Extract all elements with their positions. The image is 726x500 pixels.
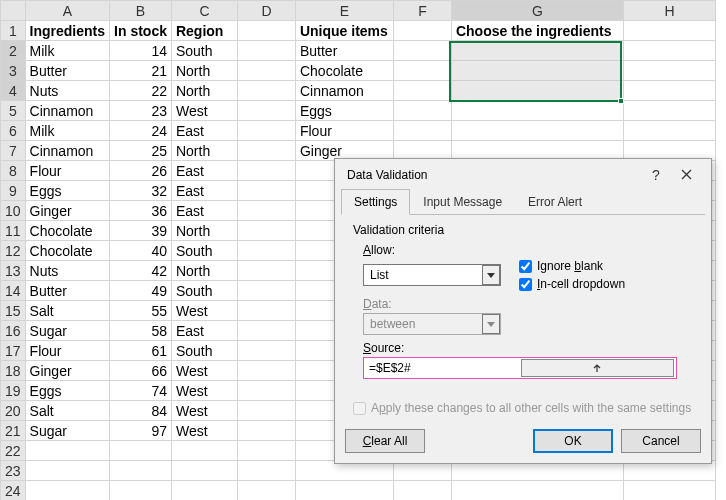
cell[interactable]: Ginger <box>25 201 109 221</box>
cell[interactable] <box>451 121 623 141</box>
cell[interactable] <box>171 441 237 461</box>
cell[interactable] <box>623 481 715 501</box>
cell[interactable]: 23 <box>110 101 172 121</box>
cell[interactable] <box>393 21 451 41</box>
cell[interactable]: West <box>171 101 237 121</box>
cell[interactable]: South <box>171 41 237 61</box>
cell[interactable] <box>171 461 237 481</box>
close-button[interactable] <box>671 167 701 183</box>
cell[interactable]: West <box>171 421 237 441</box>
col-header-D[interactable]: D <box>237 1 295 21</box>
incell-dropdown-checkbox[interactable]: In-cell dropdown <box>519 277 625 291</box>
cell[interactable]: Flour <box>25 341 109 361</box>
source-input[interactable]: =$E$2# <box>363 357 677 379</box>
select-all-corner[interactable] <box>1 1 26 21</box>
cell[interactable] <box>237 321 295 341</box>
cell[interactable] <box>25 481 109 501</box>
cell[interactable]: In stock <box>110 21 172 41</box>
cell[interactable] <box>623 41 715 61</box>
cell[interactable] <box>451 61 623 81</box>
cell[interactable]: 22 <box>110 81 172 101</box>
row-header[interactable]: 21 <box>1 421 26 441</box>
cell[interactable]: 36 <box>110 201 172 221</box>
row-header[interactable]: 18 <box>1 361 26 381</box>
cell[interactable] <box>237 61 295 81</box>
cell[interactable]: 84 <box>110 401 172 421</box>
cell[interactable]: East <box>171 321 237 341</box>
row-header[interactable]: 7 <box>1 141 26 161</box>
row-header[interactable]: 24 <box>1 481 26 501</box>
cell[interactable]: 66 <box>110 361 172 381</box>
cell[interactable] <box>237 241 295 261</box>
cell[interactable]: East <box>171 121 237 141</box>
cell[interactable]: Eggs <box>295 101 393 121</box>
cell[interactable]: South <box>171 281 237 301</box>
cell[interactable]: Eggs <box>25 381 109 401</box>
row-header[interactable]: 16 <box>1 321 26 341</box>
cell[interactable]: Butter <box>25 61 109 81</box>
cell[interactable]: Cinnamon <box>25 141 109 161</box>
cell[interactable]: 24 <box>110 121 172 141</box>
row-header[interactable]: 12 <box>1 241 26 261</box>
cell[interactable]: East <box>171 201 237 221</box>
cell[interactable] <box>110 461 172 481</box>
col-header-B[interactable]: B <box>110 1 172 21</box>
col-header-G[interactable]: G <box>451 1 623 21</box>
cell[interactable]: North <box>171 61 237 81</box>
cell[interactable] <box>237 281 295 301</box>
col-header-E[interactable]: E <box>295 1 393 21</box>
allow-select[interactable]: List <box>363 264 501 286</box>
cell[interactable]: 26 <box>110 161 172 181</box>
cell[interactable] <box>237 41 295 61</box>
help-button[interactable]: ? <box>641 167 671 183</box>
cell[interactable]: Choose the ingredients <box>451 21 623 41</box>
cell[interactable] <box>623 61 715 81</box>
cell[interactable]: Butter <box>295 41 393 61</box>
cell[interactable] <box>393 81 451 101</box>
cell[interactable] <box>237 161 295 181</box>
cell[interactable] <box>237 261 295 281</box>
cell[interactable] <box>393 121 451 141</box>
cell[interactable] <box>237 361 295 381</box>
cell[interactable] <box>237 401 295 421</box>
cell[interactable]: Chocolate <box>25 221 109 241</box>
cell[interactable] <box>237 381 295 401</box>
tab-input-message[interactable]: Input Message <box>410 189 515 214</box>
cell[interactable] <box>237 121 295 141</box>
cell[interactable] <box>295 481 393 501</box>
cell[interactable] <box>237 481 295 501</box>
cell[interactable]: Nuts <box>25 261 109 281</box>
cell[interactable]: 74 <box>110 381 172 401</box>
cell[interactable] <box>110 441 172 461</box>
cell[interactable]: Flour <box>25 161 109 181</box>
collapse-range-button[interactable] <box>521 359 675 377</box>
cell[interactable] <box>623 101 715 121</box>
cell[interactable]: South <box>171 241 237 261</box>
cell[interactable] <box>171 481 237 501</box>
cell[interactable]: Butter <box>25 281 109 301</box>
row-header[interactable]: 1 <box>1 21 26 41</box>
cell[interactable]: Salt <box>25 401 109 421</box>
cell[interactable]: Flour <box>295 121 393 141</box>
cancel-button[interactable]: Cancel <box>621 429 701 453</box>
cell[interactable]: Milk <box>25 121 109 141</box>
cell[interactable]: North <box>171 221 237 241</box>
cell[interactable] <box>393 61 451 81</box>
cell[interactable]: North <box>171 261 237 281</box>
cell[interactable]: 55 <box>110 301 172 321</box>
row-header[interactable]: 3 <box>1 61 26 81</box>
ok-button[interactable]: OK <box>533 429 613 453</box>
ignore-blank-checkbox[interactable]: Ignore blank <box>519 259 625 273</box>
cell[interactable]: 40 <box>110 241 172 261</box>
cell[interactable] <box>451 101 623 121</box>
cell[interactable]: Milk <box>25 41 109 61</box>
cell[interactable] <box>623 121 715 141</box>
cell[interactable]: Chocolate <box>295 61 393 81</box>
cell[interactable]: Ginger <box>25 361 109 381</box>
cell[interactable] <box>237 221 295 241</box>
cell[interactable]: East <box>171 181 237 201</box>
cell[interactable]: South <box>171 341 237 361</box>
cell[interactable]: North <box>171 81 237 101</box>
row-header[interactable]: 17 <box>1 341 26 361</box>
cell[interactable] <box>237 341 295 361</box>
